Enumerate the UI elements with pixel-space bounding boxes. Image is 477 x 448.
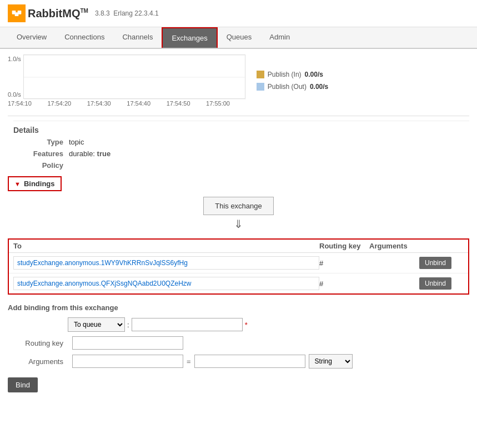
nav-queues[interactable]: Queues — [218, 27, 261, 48]
details-title: Details — [13, 121, 469, 135]
publish-out-label: Publish (Out) — [268, 83, 307, 91]
main-nav: Overview Connections Channels Exchanges … — [0, 27, 477, 49]
binding-row1-action: Unbind — [419, 257, 464, 269]
chart-y-top: 1.0/s — [8, 56, 21, 62]
nav-overview[interactable]: Overview — [8, 27, 56, 48]
add-binding-section: Add binding from this exchange To queue … — [8, 303, 469, 392]
header: RabbitMQTM 3.8.3 Erlang 22.3.4.1 — [0, 0, 477, 27]
unbind-button-1[interactable]: Unbind — [419, 257, 451, 269]
x-label-2: 17:54:20 — [47, 100, 71, 107]
down-arrow: ⇓ — [234, 217, 243, 231]
binding-row2-hash: # — [319, 280, 323, 288]
details-section: Details Type topic Features durable: tru… — [13, 121, 469, 170]
logo-icon — [8, 4, 26, 22]
x-label-3: 17:54:30 — [87, 100, 111, 107]
x-label-4: 17:54:40 — [127, 100, 150, 107]
publish-in-color-box — [257, 71, 264, 78]
nav-exchanges[interactable]: Exchanges — [162, 27, 217, 48]
legend-publish-in: Publish (In) 0.00/s — [257, 71, 328, 78]
publish-in-label: Publish (In) — [268, 71, 302, 78]
unbind-button-2[interactable]: Unbind — [419, 277, 451, 290]
version-info: 3.8.3 Erlang 22.3.4.1 — [95, 9, 159, 17]
add-binding-title: Add binding from this exchange — [8, 303, 469, 312]
chart-area — [23, 54, 245, 99]
nav-channels[interactable]: Channels — [113, 27, 162, 48]
exchange-box-container: This exchange ⇓ — [8, 197, 469, 233]
binding-row2-to: studyExchange.anonymous.QFXjSsgNQAabd2U0… — [13, 277, 319, 290]
destination-row: To queue To exchange : * — [8, 317, 469, 332]
binding-row2-to-value: studyExchange.anonymous.QFXjSsgNQAabd2U0… — [13, 277, 319, 290]
bindings-collapse-arrow: ▼ — [14, 181, 21, 187]
x-label-6: 17:55:00 — [206, 100, 230, 107]
col-routing-header: Routing key — [319, 242, 369, 250]
details-policy-row: Policy — [13, 161, 469, 170]
legend-publish-out: Publish (Out) 0.00/s — [257, 83, 328, 91]
table-row: studyExchange.anonymous.QFXjSsgNQAabd2U0… — [9, 273, 468, 293]
x-label-1: 17:54:10 — [8, 100, 32, 107]
col-action-header — [419, 242, 464, 250]
publish-out-value: 0.00/s — [310, 83, 328, 91]
binding-row1-to-value: studyExchange.anonymous.1WY9VhKRRnSvJqlS… — [13, 256, 319, 270]
details-features-row: Features durable: true — [13, 150, 469, 158]
main-content: 1.0/s 0.0/s 17:54:10 17:54:20 17:54:30 1… — [0, 49, 477, 398]
details-features-label: Features — [13, 150, 63, 158]
bindings-toggle[interactable]: ▼ Bindings — [8, 176, 62, 191]
svg-rect-2 — [15, 12, 19, 16]
x-label-5: 17:54:50 — [167, 100, 190, 107]
binding-row1-routing: # — [319, 259, 369, 267]
destination-colon: : — [127, 321, 129, 329]
arguments-equals: = — [187, 357, 191, 366]
bindings-section-label: Bindings — [24, 180, 55, 188]
destination-type-select[interactable]: To queue To exchange — [68, 317, 125, 332]
details-policy-label: Policy — [13, 161, 63, 170]
bindings-table-header: To Routing key Arguments — [9, 240, 468, 253]
arguments-key-input[interactable] — [72, 355, 183, 368]
logo-brand-text: RabbitMQTM — [28, 7, 88, 20]
routing-key-input[interactable] — [72, 336, 183, 350]
details-features-value: durable: true — [69, 150, 111, 158]
chart-wrapper: 1.0/s 0.0/s 17:54:10 17:54:20 17:54:30 1… — [8, 54, 245, 107]
chart-y-bottom: 0.0/s — [8, 91, 21, 98]
arguments-label: Arguments — [8, 357, 63, 366]
exchange-box: This exchange — [203, 197, 274, 215]
arguments-row: Arguments = String Number Boolean — [8, 354, 469, 369]
binding-row1-to: studyExchange.anonymous.1WY9VhKRRnSvJqlS… — [13, 256, 319, 270]
details-type-label: Type — [13, 138, 63, 146]
routing-key-label: Routing key — [8, 339, 63, 347]
destination-input[interactable] — [132, 318, 243, 331]
col-to-header: To — [13, 242, 319, 250]
chart-x-labels: 17:54:10 17:54:20 17:54:30 17:54:40 17:5… — [8, 100, 230, 107]
bindings-data-wrapper: To Routing key Arguments studyExchange.a… — [8, 238, 469, 295]
bindings-section: ▼ Bindings This exchange ⇓ To Routing ke… — [8, 176, 469, 392]
required-star: * — [245, 321, 248, 329]
binding-row1-hash: # — [319, 259, 323, 267]
binding-row2-action: Unbind — [419, 277, 464, 290]
arguments-type-select[interactable]: String Number Boolean — [309, 354, 353, 369]
details-type-value: topic — [69, 138, 84, 146]
publish-in-value: 0.00/s — [305, 71, 323, 78]
binding-row2-routing: # — [319, 280, 369, 288]
publish-out-color-box — [257, 83, 264, 91]
details-type-row: Type topic — [13, 138, 469, 146]
arguments-value-input[interactable] — [194, 355, 305, 368]
logo: RabbitMQTM 3.8.3 Erlang 22.3.4.1 — [8, 4, 159, 22]
bind-button[interactable]: Bind — [8, 377, 38, 392]
nav-admin[interactable]: Admin — [260, 27, 299, 48]
nav-connections[interactable]: Connections — [56, 27, 113, 48]
chart-legend: Publish (In) 0.00/s Publish (Out) 0.00/s — [257, 54, 328, 107]
col-args-header: Arguments — [369, 242, 419, 250]
routing-key-row: Routing key — [8, 336, 469, 350]
table-row: studyExchange.anonymous.1WY9VhKRRnSvJqlS… — [9, 253, 468, 273]
chart-section: 1.0/s 0.0/s 17:54:10 17:54:20 17:54:30 1… — [8, 54, 469, 107]
